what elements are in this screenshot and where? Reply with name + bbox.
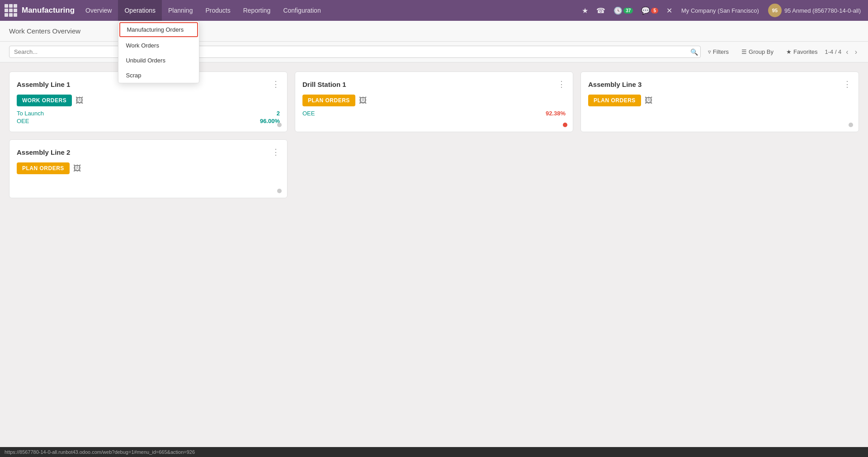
status-dot — [849, 123, 853, 127]
stat-to-launch-label: To Launch — [17, 110, 44, 117]
work-centers-grid: Assembly Line 1 ⋮ WORK ORDERS 🖼 To Launc… — [0, 62, 868, 207]
stat-to-launch-value: 2 — [277, 110, 280, 117]
search-icon[interactable]: 🔍 — [690, 48, 698, 56]
nav-item-operations[interactable]: Operations Manufacturing Orders Work Ord… — [118, 0, 161, 21]
filters-button[interactable]: ▿ Filters — [705, 47, 731, 57]
breadcrumb: Work Centers Overview — [9, 27, 80, 35]
card-actions: PLAN ORDERS 🖼 — [17, 162, 280, 174]
card-title: Assembly Line 2 — [17, 148, 70, 156]
monitor-icon[interactable]: 🖼 — [359, 96, 367, 105]
card-stats: To Launch 2 OEE 96.00% — [17, 110, 280, 124]
dropdown-item-manufacturing-orders[interactable]: Manufacturing Orders — [119, 22, 198, 37]
stat-oee-value: 96.00% — [260, 118, 280, 124]
clock-badge: 37 — [623, 8, 633, 14]
username: 95 Anmed (8567780-14-0-all) — [784, 7, 861, 14]
card-title: Assembly Line 1 — [17, 81, 70, 88]
nav-item-planning[interactable]: Planning — [162, 0, 199, 21]
chat-icon-btn[interactable]: 💬 5 — [638, 5, 661, 17]
clock-icon-btn[interactable]: 🕓 37 — [611, 5, 636, 17]
group-by-button[interactable]: ☰ Group By — [739, 47, 776, 57]
card-menu-icon[interactable]: ⋮ — [272, 147, 280, 157]
app-brand[interactable]: Manufacturing — [5, 4, 75, 17]
work-center-card-assembly-line-2: Assembly Line 2 ⋮ PLAN ORDERS 🖼 — [9, 139, 288, 198]
phone-icon-btn[interactable]: ☎ — [594, 5, 608, 17]
status-dot — [563, 123, 567, 127]
status-dot — [277, 189, 282, 193]
toolbar-actions: ▿ Filters ☰ Group By ★ Favorites — [705, 47, 821, 57]
stat-oee: OEE 92.38% — [302, 110, 566, 117]
nav-right-actions: ★ ☎ 🕓 37 💬 5 ✕ My Company (San Francisco… — [579, 4, 863, 17]
work-orders-button[interactable]: WORK ORDERS — [17, 95, 72, 106]
user-menu[interactable]: 95 95 Anmed (8567780-14-0-all) — [765, 4, 863, 17]
nav-item-products[interactable]: Products — [199, 0, 236, 21]
stat-oee-value: 92.38% — [546, 110, 566, 117]
pagination: 1-4 / 4 ‹ › — [825, 47, 859, 57]
card-actions: PLAN ORDERS 🖼 — [302, 95, 566, 106]
card-menu-icon[interactable]: ⋮ — [272, 79, 280, 89]
operations-dropdown: Manufacturing Orders Work Orders Unbuild… — [118, 21, 199, 83]
navbar: Manufacturing Overview Operations Manufa… — [0, 0, 868, 21]
work-center-card-drill-station-1: Drill Station 1 ⋮ PLAN ORDERS 🖼 OEE 92.3… — [295, 71, 573, 132]
card-header: Assembly Line 3 ⋮ — [588, 79, 851, 89]
stat-to-launch: To Launch 2 — [17, 110, 280, 117]
app-title: Manufacturing — [22, 6, 75, 15]
card-title: Drill Station 1 — [302, 81, 346, 88]
card-actions: WORK ORDERS 🖼 — [17, 95, 280, 106]
dropdown-item-work-orders[interactable]: Work Orders — [118, 38, 199, 53]
dropdown-item-unbuild-orders[interactable]: Unbuild Orders — [118, 53, 199, 68]
card-stats: OEE 92.38% — [302, 110, 566, 117]
avatar: 95 — [768, 4, 782, 17]
stat-oee-label: OEE — [302, 110, 315, 117]
pagination-text: 1-4 / 4 — [825, 48, 841, 55]
card-menu-icon[interactable]: ⋮ — [557, 79, 566, 89]
apps-grid-icon[interactable] — [5, 4, 17, 17]
chat-badge: 5 — [651, 8, 658, 14]
search-input[interactable] — [9, 46, 701, 58]
plan-orders-button[interactable]: PLAN ORDERS — [302, 95, 355, 106]
nav-item-configuration[interactable]: Configuration — [277, 0, 327, 21]
nav-item-reporting[interactable]: Reporting — [237, 0, 277, 21]
dropdown-item-scrap[interactable]: Scrap — [118, 68, 199, 83]
star-icon-btn[interactable]: ★ — [579, 5, 591, 17]
monitor-icon[interactable]: 🖼 — [73, 164, 81, 173]
group-by-icon: ☰ — [741, 48, 747, 55]
monitor-icon[interactable]: 🖼 — [645, 96, 653, 105]
close-icon-btn[interactable]: ✕ — [664, 5, 675, 17]
prev-page-button[interactable]: ‹ — [844, 47, 850, 57]
card-header: Drill Station 1 ⋮ — [302, 79, 566, 89]
nav-menu: Overview Operations Manufacturing Orders… — [79, 0, 579, 21]
company-selector[interactable]: My Company (San Francisco) — [678, 7, 763, 14]
nav-item-overview[interactable]: Overview — [79, 0, 118, 21]
stat-oee-label: OEE — [17, 118, 29, 124]
status-dot — [277, 123, 282, 127]
search-container: 🔍 — [9, 46, 701, 58]
card-header: Assembly Line 2 ⋮ — [17, 147, 280, 157]
favorites-button[interactable]: ★ Favorites — [783, 47, 820, 57]
plan-orders-button[interactable]: PLAN ORDERS — [17, 162, 70, 174]
plan-orders-button[interactable]: PLAN ORDERS — [588, 95, 641, 106]
work-center-card-assembly-line-3: Assembly Line 3 ⋮ PLAN ORDERS 🖼 — [580, 71, 859, 132]
next-page-button[interactable]: › — [853, 47, 859, 57]
star-icon: ★ — [786, 48, 792, 55]
stat-oee: OEE 96.00% — [17, 118, 280, 124]
filter-icon: ▿ — [708, 48, 711, 55]
card-menu-icon[interactable]: ⋮ — [843, 79, 851, 89]
monitor-icon[interactable]: 🖼 — [75, 96, 84, 105]
card-title: Assembly Line 3 — [588, 81, 642, 88]
card-actions: PLAN ORDERS 🖼 — [588, 95, 851, 106]
